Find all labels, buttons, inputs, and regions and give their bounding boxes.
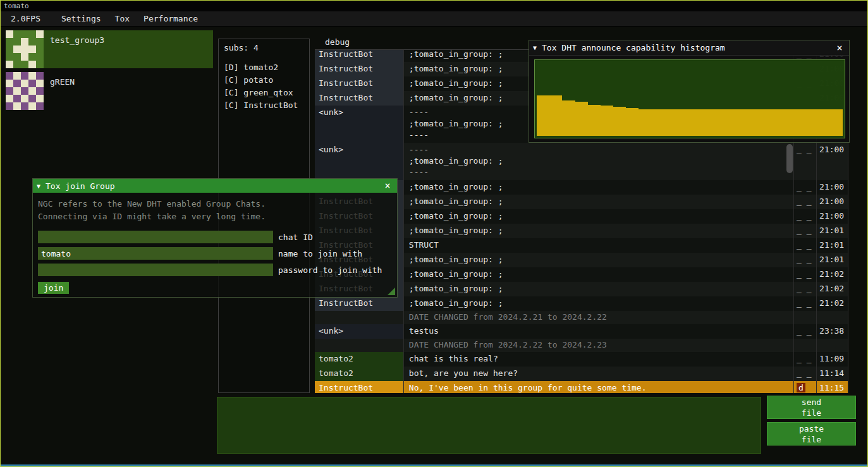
- message-sender: tomato2: [315, 352, 403, 367]
- group-item-test_group3[interactable]: test_group3: [6, 30, 213, 68]
- histogram-bar: [639, 109, 651, 136]
- message-sender: InstructBot: [315, 62, 403, 76]
- join-name-label: name to join with: [278, 249, 362, 258]
- date-changed-row[interactable]: DATE CHANGED from 2024.2.22 to 2024.2.23: [315, 339, 848, 352]
- subs-list: [D] tomato2[C] potato[C] green_qtox[C] I…: [224, 61, 309, 112]
- message-text: No, I've been in this group for quite so…: [403, 381, 793, 393]
- chat-scrollbar-thumb[interactable]: [786, 144, 793, 173]
- message-text: bot, are you new here?: [403, 367, 793, 381]
- dht-histogram-body: [529, 56, 849, 142]
- collapse-arrow-icon[interactable]: ▼: [533, 44, 537, 51]
- subs-header: subs: 4: [224, 43, 309, 52]
- chat-message-row[interactable]: tomato2bot, are you new here?_ _11:14: [315, 367, 848, 381]
- close-icon[interactable]: ×: [382, 180, 393, 191]
- message-flags: _ _: [793, 209, 816, 224]
- chat-id-label: chat ID: [278, 233, 313, 242]
- send-file-button[interactable]: send file: [767, 396, 856, 419]
- message-input[interactable]: [217, 397, 761, 454]
- message-text: ----;tomato_in_group: ;----: [403, 143, 793, 180]
- collapse-arrow-icon[interactable]: ▼: [37, 183, 40, 190]
- tab-debug[interactable]: debug: [315, 35, 350, 49]
- chat-message-row[interactable]: InstructBotNo, I've been in this group f…: [315, 381, 848, 393]
- message-flags: _ _: [793, 224, 816, 238]
- message-text: ;tomato_in_group: ;: [403, 180, 793, 195]
- window-titlebar: tomato: [1, 1, 867, 11]
- message-text: ;tomato_in_group: ;: [403, 253, 793, 267]
- histogram-plot[interactable]: [534, 59, 845, 138]
- menu-settings[interactable]: Settings: [54, 12, 108, 25]
- subs-item[interactable]: [C] potato: [224, 74, 309, 87]
- fps-counter: 2.0FPS: [6, 12, 46, 25]
- message-flags: d: [793, 381, 816, 393]
- message-sender: InstructBot: [315, 50, 403, 62]
- histogram-bar: [766, 109, 779, 136]
- date-changed-row[interactable]: DATE CHANGED from 2024.2.21 to 2024.2.22: [315, 311, 848, 324]
- group-name: test_group3: [50, 30, 104, 45]
- message-sender: <unk>: [315, 324, 403, 339]
- message-time: 11:15: [816, 381, 848, 393]
- paste-file-button[interactable]: paste file: [767, 422, 856, 446]
- join-name-input[interactable]: [38, 247, 273, 260]
- close-icon[interactable]: ×: [834, 42, 845, 54]
- group-avatar: [6, 30, 44, 68]
- message-time: [816, 311, 848, 324]
- message-time: [816, 339, 848, 352]
- subs-item[interactable]: [D] tomato2: [224, 61, 309, 74]
- message-flags: _ _: [793, 324, 816, 339]
- histogram-bar: [588, 105, 601, 136]
- histogram-bar: [792, 109, 804, 136]
- histogram-bar: [549, 95, 562, 136]
- message-flags: _ _: [793, 352, 816, 367]
- chat-id-input[interactable]: [38, 231, 273, 243]
- window-title: tomato: [4, 2, 29, 10]
- message-time: 23:38: [816, 324, 848, 339]
- message-time: 21:01: [816, 253, 848, 267]
- chat-message-row[interactable]: InstructBot;tomato_in_group: ;_ _21:02: [315, 296, 848, 311]
- chat-message-row[interactable]: <unk>----;tomato_in_group: ;----_ _21:00: [315, 143, 848, 180]
- histogram-bar: [562, 100, 575, 136]
- message-time: 21:02: [816, 282, 848, 296]
- chat-message-row[interactable]: tomato2chat is this real?_ _11:09: [315, 352, 848, 367]
- join-group-titlebar[interactable]: ▼ Tox join Group ×: [33, 179, 397, 193]
- join-group-title: Tox join Group: [46, 181, 382, 191]
- dht-histogram-titlebar[interactable]: ▼ Tox DHT announce capability histogram …: [529, 40, 849, 56]
- message-sender: InstructBot: [315, 296, 403, 311]
- histogram-bar: [715, 109, 728, 136]
- message-sender: <unk>: [315, 143, 403, 180]
- group-avatar: [6, 72, 44, 110]
- histogram-bar: [690, 109, 702, 136]
- group-item-gREEN[interactable]: gREEN: [6, 72, 213, 110]
- message-flags: _ _: [793, 238, 816, 253]
- date-changed-text: DATE CHANGED from 2024.2.22 to 2024.2.23: [403, 339, 793, 352]
- histogram-bar: [613, 107, 626, 136]
- delivered-flag: d: [797, 383, 805, 392]
- message-sender: [315, 311, 403, 324]
- message-sender: tomato2: [315, 367, 403, 381]
- date-changed-text: DATE CHANGED from 2024.2.21 to 2024.2.22: [403, 311, 793, 324]
- menu-performance[interactable]: Performance: [137, 12, 205, 25]
- histogram-bar: [652, 109, 664, 136]
- histogram-bar: [830, 109, 843, 136]
- message-flags: _ _: [793, 143, 816, 180]
- subs-item[interactable]: [C] InstructBot: [224, 99, 309, 112]
- app-window: tomato 2.0FPS SettingsToxPerformance tes…: [0, 0, 868, 467]
- histogram-bar: [779, 109, 792, 136]
- histogram-bar: [626, 108, 639, 136]
- chat-message-row[interactable]: <unk>testus_ _23:38: [315, 324, 848, 339]
- message-text: STRUCT: [403, 238, 793, 253]
- join-group-window: ▼ Tox join Group × NGC refers to the New…: [32, 178, 398, 298]
- join-button[interactable]: join: [38, 282, 69, 294]
- ngc-info-line-2: Connecting via ID might take a very long…: [38, 210, 392, 223]
- message-flags: [793, 339, 816, 352]
- message-time: 21:00: [816, 209, 848, 224]
- subs-item[interactable]: [C] green_qtox: [224, 87, 309, 99]
- join-group-body: NGC refers to the New DHT enabled Group …: [33, 193, 397, 297]
- resize-grip[interactable]: [388, 288, 395, 295]
- histogram-bar: [601, 106, 613, 136]
- menu-tox[interactable]: Tox: [108, 12, 137, 25]
- message-time: 21:01: [816, 238, 848, 253]
- message-flags: _ _: [793, 180, 816, 195]
- histogram-bar: [728, 109, 741, 136]
- ngc-info-line-1: NGC refers to the New DHT enabled Group …: [38, 198, 392, 210]
- join-password-input[interactable]: [38, 264, 273, 276]
